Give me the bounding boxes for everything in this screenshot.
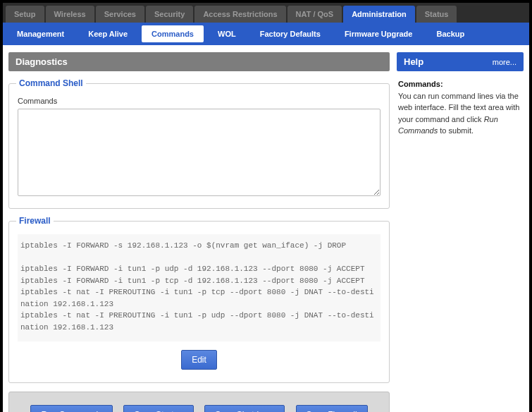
tab-access-restrictions[interactable]: Access Restrictions <box>194 6 285 23</box>
tab-administration[interactable]: Administration <box>343 6 415 23</box>
subtab-backup[interactable]: Backup <box>426 25 474 42</box>
edit-button[interactable]: Edit <box>181 350 217 370</box>
subtab-firmware-upgrade[interactable]: Firmware Upgrade <box>335 25 423 42</box>
sub-nav: Management Keep Alive Commands WOL Facto… <box>3 23 529 45</box>
commands-label: Commands <box>18 97 381 105</box>
help-column: Help more... Commands: You can run comma… <box>397 52 524 144</box>
commands-textarea[interactable] <box>18 109 381 196</box>
help-title: Help <box>404 56 423 67</box>
help-text-before: You can run command lines via the web in… <box>398 92 519 123</box>
run-commands-button[interactable]: Run Commands <box>30 405 113 412</box>
main-column: Diagnostics Command Shell Commands Firew… <box>8 52 390 412</box>
save-startup-button[interactable]: Save Startup <box>123 405 193 412</box>
subtab-factory-defaults[interactable]: Factory Defaults <box>250 25 330 42</box>
help-heading: Commands: <box>398 80 443 88</box>
save-shutdown-button[interactable]: Save Shutdown <box>204 405 285 412</box>
firewall-legend: Firewall <box>16 216 54 226</box>
command-shell-panel: Command Shell Commands <box>8 78 390 209</box>
subtab-management[interactable]: Management <box>7 25 74 42</box>
page-title: Diagnostics <box>8 52 390 71</box>
help-text-after: to submit. <box>438 126 474 135</box>
help-content: Commands: You can run command lines via … <box>397 71 524 144</box>
firewall-rules-text: iptables -I FORWARD -s 192.168.1.123 -o … <box>18 234 381 341</box>
subtab-wol[interactable]: WOL <box>208 25 246 42</box>
tab-security[interactable]: Security <box>146 6 193 23</box>
tab-wireless[interactable]: Wireless <box>46 6 94 23</box>
tab-setup[interactable]: Setup <box>6 6 44 23</box>
subtab-keep-alive[interactable]: Keep Alive <box>78 25 137 42</box>
app-window: Setup Wireless Services Security Access … <box>3 3 529 412</box>
command-shell-legend: Command Shell <box>16 78 86 88</box>
tab-status[interactable]: Status <box>416 6 457 23</box>
subtab-commands[interactable]: Commands <box>142 25 204 42</box>
help-more-link[interactable]: more... <box>493 58 516 66</box>
firewall-panel: Firewall iptables -I FORWARD -s 192.168.… <box>8 216 390 383</box>
top-nav: Setup Wireless Services Security Access … <box>3 3 529 23</box>
action-bar: Run Commands Save Startup Save Shutdown … <box>8 392 390 412</box>
tab-nat-qos[interactable]: NAT / QoS <box>287 6 342 23</box>
tab-services[interactable]: Services <box>96 6 144 23</box>
save-firewall-button[interactable]: Save Firewall <box>296 405 368 412</box>
help-title-bar: Help more... <box>397 52 524 71</box>
